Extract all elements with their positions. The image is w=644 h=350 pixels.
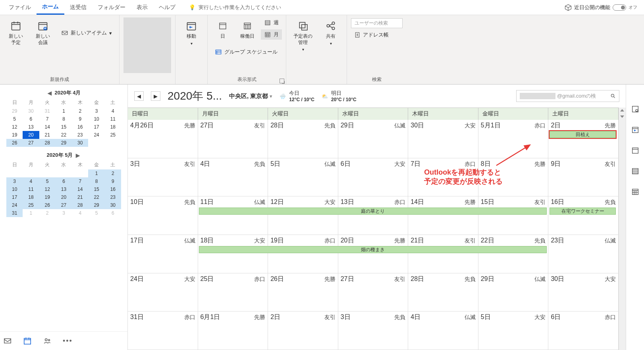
calendar-day[interactable]: 6月1日先勝 xyxy=(198,312,268,350)
tab-home[interactable]: ホーム xyxy=(37,0,64,15)
mini-cal-day[interactable]: 6 xyxy=(105,209,121,217)
new-meeting-button[interactable]: 新しい 会議 xyxy=(31,17,55,73)
mini-cal-day[interactable]: 12 xyxy=(39,185,56,193)
mini-cal-day[interactable]: 31 xyxy=(6,209,23,217)
people-icon[interactable] xyxy=(43,337,52,345)
mini-cal-day[interactable]: 24 xyxy=(88,131,104,139)
calendar-day[interactable]: 6日赤口 xyxy=(548,312,619,350)
tab-folder[interactable]: フォルダー xyxy=(92,1,131,14)
mini-cal-day[interactable]: 11 xyxy=(23,185,39,193)
rail-people-icon[interactable] xyxy=(631,104,640,114)
calendar-day[interactable]: 23日仏滅 xyxy=(548,235,619,273)
event-zaitaku[interactable]: 在宅ワークセミナー xyxy=(550,208,616,215)
mini-cal-day[interactable]: 31 xyxy=(39,107,56,115)
vertical-scrollbar[interactable] xyxy=(619,108,626,350)
mini-cal-day[interactable]: 27 xyxy=(23,139,39,147)
mini-cal-day[interactable]: 28 xyxy=(39,139,56,147)
mail-icon[interactable] xyxy=(3,337,12,345)
calendar-day[interactable]: 17日仏滅 xyxy=(128,235,198,273)
mini-cal-day[interactable]: 4 xyxy=(105,107,121,115)
calendar-day[interactable]: 13日赤口 xyxy=(338,196,409,235)
mini-cal-day[interactable]: 1 xyxy=(56,107,72,115)
mini-cal-day[interactable]: 3 xyxy=(88,107,104,115)
tellme[interactable]: 💡 実行したい作業を入力してください xyxy=(189,4,281,11)
mini-cal-day[interactable]: 14 xyxy=(72,185,88,193)
calendar-day[interactable]: 30日大安 xyxy=(548,273,619,312)
mini-cal-day[interactable]: 12 xyxy=(6,123,23,131)
mini-cal-day[interactable]: 13 xyxy=(56,185,72,193)
mini-cal-day[interactable]: 10 xyxy=(6,185,23,193)
mini-cal-day[interactable]: 4 xyxy=(23,177,39,185)
coming-soon[interactable]: 近日公開の機能 オフ xyxy=(561,2,641,13)
mini-cal-day[interactable]: 13 xyxy=(23,123,39,131)
calendar-day[interactable]: 2日友引 xyxy=(268,312,338,350)
mini-cal-day[interactable]: 2 xyxy=(105,169,121,177)
mini-cal-day[interactable]: 16 xyxy=(105,185,121,193)
calendar-day[interactable]: 26日先勝 xyxy=(268,273,338,312)
address-book-button[interactable]: アドレス帳 xyxy=(351,30,403,40)
prev-button[interactable]: ◀ xyxy=(134,91,144,101)
calendar-day[interactable]: 3日先負 xyxy=(338,312,409,350)
mini-cal-day[interactable]: 27 xyxy=(56,201,72,209)
mini-cal-day[interactable]: 29 xyxy=(6,107,23,115)
mini-cal-day[interactable]: 6 xyxy=(56,177,72,185)
mini-cal-day[interactable]: 30 xyxy=(72,139,88,147)
calendar-day[interactable]: 28日先負 xyxy=(268,120,338,158)
coming-toggle[interactable] xyxy=(613,4,626,11)
calendar-day[interactable]: 4日仏滅 xyxy=(408,312,478,350)
mini-cal-day[interactable]: 2 xyxy=(39,209,56,217)
user-search-input[interactable]: ユーザーの検索 xyxy=(351,18,403,28)
next-month-button[interactable]: ▶ xyxy=(75,152,81,158)
schedule-manager-button[interactable]: 予定表の 管理 ▾ xyxy=(290,17,316,73)
mini-cal-day[interactable]: 3 xyxy=(6,177,23,185)
location-label[interactable]: 中央区, 東京都 xyxy=(229,92,268,100)
weather-tomorrow[interactable]: ⛅ 明日20°C / 10°C xyxy=(322,90,357,102)
mini-cal-day[interactable]: 10 xyxy=(88,115,104,123)
mini-cal-day[interactable]: 17 xyxy=(6,193,23,201)
calendar-day[interactable]: 7日赤口 xyxy=(408,158,478,197)
calendar-day[interactable]: 4月26日先勝 xyxy=(128,120,198,158)
day-view-button[interactable]: 日 xyxy=(212,17,234,42)
mini-cal-day[interactable]: 18 xyxy=(105,123,121,131)
new-item-button[interactable]: 新しいアイテム ▾ xyxy=(58,28,115,38)
rail-month-icon[interactable] xyxy=(631,187,640,196)
mini-cal-day[interactable]: 25 xyxy=(23,201,39,209)
tab-help[interactable]: ヘルプ xyxy=(153,1,181,14)
calendar-day[interactable]: 28日先負 xyxy=(408,273,478,312)
week-view-button[interactable]: 週 xyxy=(261,17,282,28)
calendar-day[interactable]: 21日友引 xyxy=(408,235,478,273)
calendar-day[interactable]: 20日先勝 xyxy=(338,235,409,273)
calendar-day[interactable]: 22日先負 xyxy=(478,235,549,273)
mini-cal-day[interactable]: 16 xyxy=(72,123,88,131)
mini-cal-day[interactable]: 3 xyxy=(56,209,72,217)
mini-cal-day[interactable]: 5 xyxy=(6,115,23,123)
calendar-icon[interactable] xyxy=(23,337,32,345)
mini-cal-day[interactable]: 7 xyxy=(39,115,56,123)
mini-cal-day[interactable]: 19 xyxy=(39,193,56,201)
calendar-day[interactable]: 11日仏滅 xyxy=(198,196,268,235)
calendar-day[interactable]: 14日先勝 xyxy=(408,196,478,235)
calendar-day[interactable]: 29日仏滅 xyxy=(338,120,409,158)
calendar-day[interactable]: 16日先負 xyxy=(548,196,619,235)
mini-cal-day[interactable]: 26 xyxy=(6,139,23,147)
weather-today[interactable]: 🌧️ 今日12°C / 10°C xyxy=(280,90,314,102)
workday-view-button[interactable]: 稼働日 xyxy=(236,17,258,42)
calendar-day[interactable]: 8日先勝 xyxy=(478,158,549,197)
event-taue[interactable]: 田植え xyxy=(550,131,616,138)
mini-cal-day[interactable]: 29 xyxy=(88,201,104,209)
mini-cal-day[interactable]: 29 xyxy=(56,139,72,147)
calendar-day[interactable]: 15日友引 xyxy=(478,196,549,235)
calendar-day[interactable]: 6日大安 xyxy=(338,158,409,197)
mini-cal-day[interactable]: 30 xyxy=(23,107,39,115)
event-hatake[interactable]: 畑の種まき xyxy=(199,246,547,253)
mini-cal-day[interactable]: 8 xyxy=(88,177,104,185)
calendar-day[interactable]: 27日友引 xyxy=(338,273,409,312)
mini-cal-day[interactable]: 4 xyxy=(72,209,88,217)
rail-week-icon[interactable] xyxy=(631,166,640,176)
prev-month-button[interactable]: ◀ xyxy=(47,90,52,96)
mini-cal-day[interactable]: 24 xyxy=(6,201,23,209)
mini-cal-day[interactable]: 15 xyxy=(88,185,104,193)
event-niwa[interactable]: 庭の草とり xyxy=(199,208,547,215)
calendar-day[interactable]: 10日先負 xyxy=(128,196,198,235)
mini-cal-day[interactable]: 17 xyxy=(88,123,104,131)
